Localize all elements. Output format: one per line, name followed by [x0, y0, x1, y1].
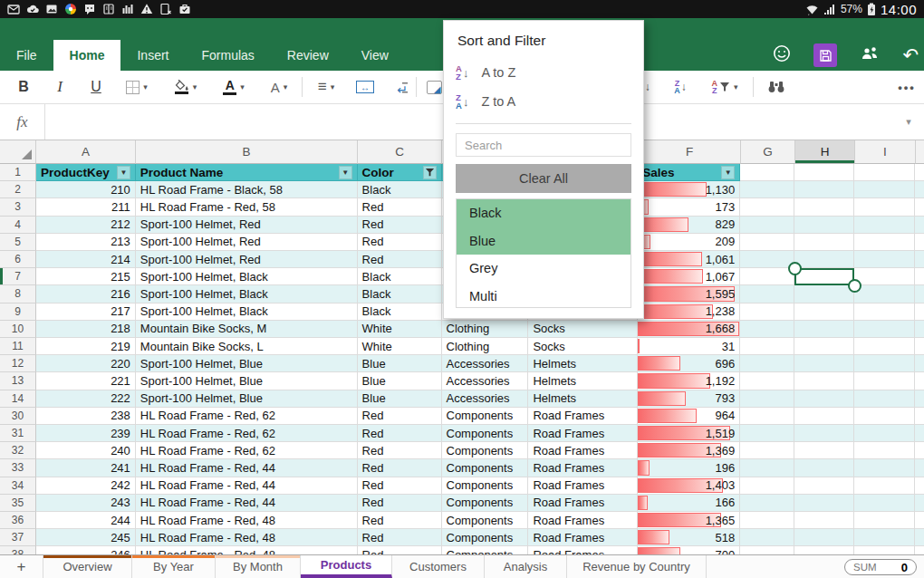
cell[interactable] — [794, 234, 854, 251]
row-header-32[interactable]: 32 — [0, 442, 36, 459]
merge-cells-button[interactable]: ↔ — [348, 71, 382, 103]
cell-product-name[interactable]: Mountain Bike Socks, M — [136, 321, 358, 338]
ribbon-tab-view[interactable]: View — [345, 40, 405, 71]
cell-subcategory[interactable]: Road Frames — [528, 495, 638, 512]
filter-dropdown-icon[interactable]: ▼ — [721, 166, 735, 179]
cell[interactable] — [794, 198, 854, 216]
cell[interactable] — [854, 425, 915, 442]
cell[interactable] — [740, 442, 794, 459]
cell-subcategory[interactable]: Socks — [528, 338, 638, 355]
cell-product-name[interactable]: HL Road Frame - Black, 58 — [136, 181, 358, 198]
cell-product-name[interactable]: Sport-100 Helmet, Black — [136, 303, 358, 321]
cell-category[interactable]: Components — [442, 408, 529, 425]
sheet-tab-products[interactable]: Products — [301, 555, 392, 578]
feedback-smiley-icon[interactable] — [772, 43, 792, 67]
filter-search-input[interactable] — [463, 138, 626, 153]
row-header-13[interactable]: 13 — [0, 372, 36, 390]
cell-product-name[interactable]: HL Road Frame - Red, 58 — [136, 198, 358, 216]
filter-dropdown-icon[interactable]: ▼ — [339, 166, 352, 179]
cell-subcategory[interactable]: Road Frames — [528, 459, 638, 477]
sheet-tab-customers[interactable]: Customers — [392, 555, 485, 578]
cell[interactable] — [740, 181, 794, 198]
cell-sales[interactable]: 1,130 — [638, 181, 740, 198]
cell[interactable] — [854, 372, 915, 390]
cell[interactable] — [854, 338, 915, 355]
cell-sales[interactable]: 1,061 — [638, 251, 740, 268]
cell-category[interactable]: Components — [442, 477, 529, 495]
cell-selection-outline[interactable] — [794, 268, 854, 285]
font-size-button[interactable]: A▾ — [259, 71, 299, 103]
row-header-9[interactable]: 9 — [0, 303, 36, 321]
column-header-F[interactable]: F — [639, 140, 741, 164]
cell-productkey[interactable]: 240 — [36, 442, 136, 459]
cell-color[interactable]: Black — [358, 285, 442, 303]
cell[interactable] — [854, 251, 915, 268]
filter-item-black[interactable]: Black — [457, 199, 630, 227]
cell-color[interactable]: Red — [358, 529, 442, 546]
cell-sales[interactable]: 1,365 — [638, 512, 740, 529]
row-header-35[interactable]: 35 — [0, 495, 36, 512]
selection-handle-top-left[interactable] — [788, 262, 802, 275]
cell-subcategory[interactable]: Road Frames — [528, 477, 638, 495]
cell-productkey[interactable]: 246 — [36, 546, 136, 554]
cell-color[interactable]: Red — [358, 477, 442, 495]
cell[interactable] — [854, 285, 915, 303]
cell-sales[interactable]: 518 — [638, 529, 740, 546]
cell-category[interactable]: Components — [442, 459, 529, 477]
cell-sales[interactable]: 793 — [638, 390, 740, 408]
cell[interactable] — [794, 285, 854, 303]
cell[interactable] — [854, 268, 915, 285]
cell[interactable] — [794, 390, 854, 408]
cell[interactable] — [794, 355, 854, 372]
add-sheet-button[interactable]: + — [0, 555, 43, 578]
cell-productkey[interactable]: 242 — [36, 477, 136, 495]
cell[interactable] — [740, 512, 794, 529]
cell-productkey[interactable]: 215 — [36, 268, 136, 285]
row-header-5[interactable]: 5 — [0, 234, 36, 251]
cell-productkey[interactable]: 222 — [36, 390, 136, 408]
cell[interactable] — [794, 459, 854, 477]
cell[interactable] — [740, 495, 794, 512]
cell[interactable] — [740, 338, 794, 355]
formula-bar-expand-chevron[interactable]: ▾ — [893, 104, 924, 140]
cell-product-name[interactable]: HL Road Frame - Red, 44 — [136, 477, 358, 495]
bold-button[interactable]: B — [7, 71, 40, 103]
cell-sales[interactable]: 1,595 — [638, 285, 740, 303]
cell[interactable] — [740, 459, 794, 477]
row-header-8[interactable]: 8 — [0, 285, 36, 303]
cell-product-name[interactable]: HL Road Frame - Red, 44 — [136, 495, 358, 512]
cell-product-name[interactable]: Sport-100 Helmet, Blue — [136, 355, 358, 372]
cell-product-name[interactable]: Sport-100 Helmet, Black — [136, 268, 358, 285]
cell-product-name[interactable]: HL Road Frame - Red, 48 — [136, 512, 358, 529]
cell-product-name[interactable]: HL Road Frame - Red, 62 — [136, 425, 358, 442]
row-header-12[interactable]: 12 — [0, 355, 36, 372]
more-options-button[interactable]: ••• — [893, 71, 920, 103]
cell-sales[interactable]: 1,238 — [638, 303, 740, 321]
header-cell-productkey[interactable]: ProductKey▼ — [36, 164, 136, 181]
row-header-11[interactable]: 11 — [0, 338, 36, 355]
row-header[interactable]: 1 — [0, 164, 36, 181]
cell-category[interactable]: Accessories — [442, 390, 529, 408]
cell-productkey[interactable]: 211 — [36, 198, 136, 216]
row-header-7[interactable]: 7 — [0, 268, 36, 285]
cell[interactable] — [854, 495, 915, 512]
cell-category[interactable]: Clothing — [442, 338, 529, 355]
ribbon-tab-insert[interactable]: Insert — [120, 40, 185, 71]
share-people-icon[interactable] — [859, 44, 881, 66]
cell-color[interactable]: Red — [358, 198, 442, 216]
cell-sales[interactable]: 1,192 — [638, 372, 740, 390]
cell-subcategory[interactable]: Helmets — [528, 355, 638, 372]
cell-color[interactable]: Black — [358, 303, 442, 321]
cell[interactable] — [854, 234, 915, 251]
cell-sales[interactable]: 1,067 — [638, 268, 740, 285]
font-color-button[interactable]: A ▾ — [212, 71, 255, 103]
cell[interactable] — [740, 234, 794, 251]
cell-sales[interactable]: 964 — [638, 408, 740, 425]
cell-color[interactable]: Red — [358, 234, 442, 251]
cell-productkey[interactable]: 217 — [36, 303, 136, 321]
cell-productkey[interactable]: 239 — [36, 425, 136, 442]
cell-productkey[interactable]: 219 — [36, 338, 136, 355]
row-header-30[interactable]: 30 — [0, 408, 36, 425]
row-header-34[interactable]: 34 — [0, 477, 36, 495]
cell-sales[interactable]: 1,403 — [638, 477, 740, 495]
